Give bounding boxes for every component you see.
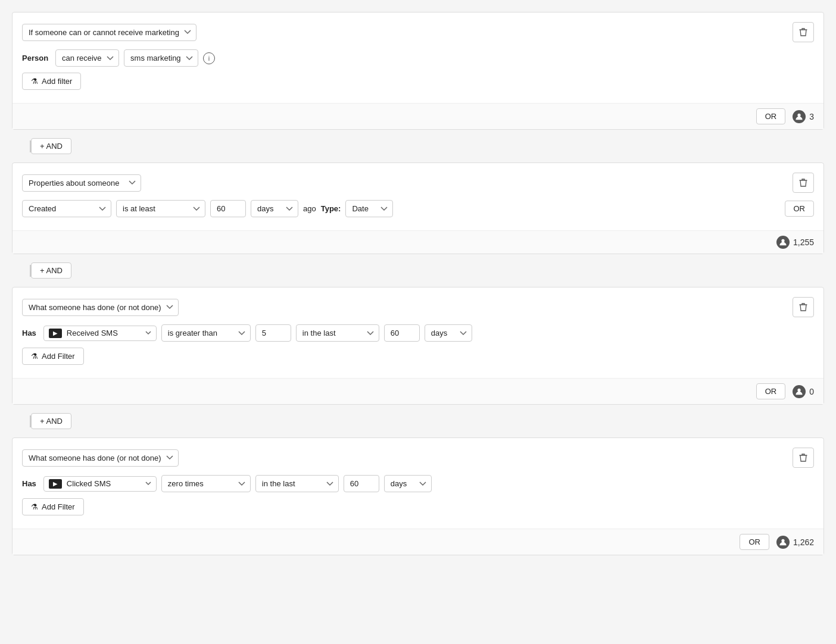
svg-point-0 xyxy=(798,113,801,116)
filter-icon: ⚗ xyxy=(31,77,38,86)
delete-block4-button[interactable] xyxy=(793,448,814,468)
timeframe-dropdown-4[interactable]: in the last xyxy=(255,475,339,492)
count-2: 1,255 xyxy=(793,237,814,247)
person-count-icon-3 xyxy=(793,385,806,398)
timeframe-value-input-4[interactable] xyxy=(344,475,379,492)
sms-icon-3: ▶ xyxy=(49,329,62,338)
filter-block-2: Properties about someone Created is at l… xyxy=(12,162,824,254)
type-dropdown-2[interactable]: Date xyxy=(345,200,393,217)
created-dropdown[interactable]: Created xyxy=(22,200,111,217)
person-count-icon-2 xyxy=(776,236,790,249)
add-filter-button-4[interactable]: ⚗ Add Filter xyxy=(22,498,84,515)
has-done-dropdown-3[interactable]: What someone has done (or not done) xyxy=(22,299,179,316)
ago-label-2: ago xyxy=(303,204,316,213)
delete-block3-button[interactable] xyxy=(793,297,814,317)
and-button-1[interactable]: + AND xyxy=(31,138,71,154)
count-3: 0 xyxy=(809,387,814,396)
properties-type-dropdown[interactable]: Properties about someone xyxy=(22,174,141,192)
svg-point-2 xyxy=(798,388,801,391)
event-selector-3[interactable]: ▶ Received SMS xyxy=(43,326,157,341)
days-value-input-2[interactable]: 60 xyxy=(210,200,246,217)
unit-dropdown-3[interactable]: days xyxy=(425,324,472,342)
filter-icon-3: ⚗ xyxy=(31,352,38,361)
has-label-3: Has xyxy=(22,329,36,337)
value-input-3[interactable] xyxy=(255,324,291,342)
filter-block-4: What someone has done (or not done) Has … xyxy=(12,437,824,555)
sms-marketing-dropdown[interactable]: sms marketing xyxy=(124,49,198,67)
info-icon[interactable]: i xyxy=(203,52,215,64)
or-button-2[interactable]: OR xyxy=(785,201,815,217)
delete-block1-button[interactable] xyxy=(793,22,814,42)
count-1: 3 xyxy=(809,112,814,121)
filter-icon-4: ⚗ xyxy=(31,502,38,511)
person-count-icon-1 xyxy=(793,110,806,123)
can-receive-dropdown[interactable]: can receive xyxy=(55,49,119,67)
or-button-1[interactable]: OR xyxy=(756,108,786,124)
and-connector-1: + AND xyxy=(12,130,824,162)
delete-block2-button[interactable] xyxy=(793,173,814,193)
filter-block-3: What someone has done (or not done) Has … xyxy=(12,287,824,405)
type-label-2: Type: xyxy=(321,204,341,213)
condition-dropdown-4[interactable]: zero times xyxy=(161,475,251,492)
has-done-dropdown-4[interactable]: What someone has done (or not done) xyxy=(22,449,179,467)
or-button-3[interactable]: OR xyxy=(756,383,786,399)
or-button-4[interactable]: OR xyxy=(740,534,769,550)
and-button-2[interactable]: + AND xyxy=(31,262,71,279)
marketing-type-dropdown[interactable]: If someone can or cannot receive marketi… xyxy=(22,24,196,41)
add-filter-button-3[interactable]: ⚗ Add Filter xyxy=(22,348,84,365)
unit-dropdown-4[interactable]: days xyxy=(384,475,432,492)
has-label-4: Has xyxy=(22,479,36,488)
and-connector-2: + AND xyxy=(12,254,824,287)
filter-block-1: If someone can or cannot receive marketi… xyxy=(12,12,824,130)
count-4: 1,262 xyxy=(793,537,814,547)
add-filter-button-1[interactable]: ⚗ Add filter xyxy=(22,73,81,90)
svg-point-1 xyxy=(781,239,784,242)
and-button-3[interactable]: + AND xyxy=(31,413,71,429)
timeframe-dropdown-3[interactable]: in the last xyxy=(296,324,379,342)
and-connector-3: + AND xyxy=(12,405,824,437)
page: If someone can or cannot receive marketi… xyxy=(0,0,836,644)
unit-dropdown-2[interactable]: days xyxy=(251,200,298,217)
sms-icon-4: ▶ xyxy=(49,479,62,489)
condition-dropdown-3[interactable]: is greater than xyxy=(161,324,251,342)
person-label: Person xyxy=(22,54,48,62)
condition-dropdown-2[interactable]: is at least xyxy=(116,200,205,217)
timeframe-value-input-3[interactable] xyxy=(384,324,420,342)
svg-point-3 xyxy=(781,539,784,542)
person-count-icon-4 xyxy=(776,536,790,549)
event-selector-4[interactable]: ▶ Clicked SMS xyxy=(43,476,157,492)
